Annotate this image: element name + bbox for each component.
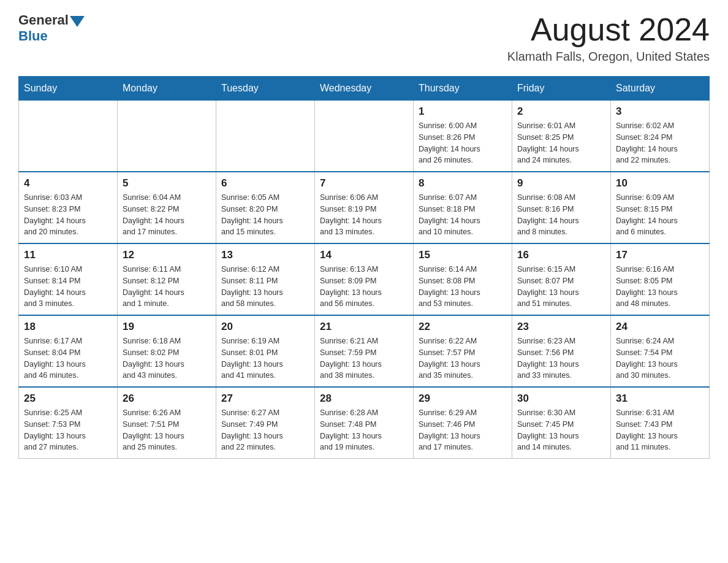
weekday-header-row: SundayMondayTuesdayWednesdayThursdayFrid… bbox=[19, 77, 710, 101]
day-info: Sunrise: 6:23 AMSunset: 7:56 PMDaylight:… bbox=[517, 335, 605, 381]
day-number: 12 bbox=[123, 249, 211, 261]
calendar-day-cell: 9Sunrise: 6:08 AMSunset: 8:16 PMDaylight… bbox=[512, 172, 611, 243]
day-info: Sunrise: 6:06 AMSunset: 8:19 PMDaylight:… bbox=[320, 192, 408, 238]
day-info: Sunrise: 6:07 AMSunset: 8:18 PMDaylight:… bbox=[419, 192, 507, 238]
day-number: 14 bbox=[320, 249, 408, 261]
calendar-week-row: 4Sunrise: 6:03 AMSunset: 8:23 PMDaylight… bbox=[19, 172, 710, 243]
day-info: Sunrise: 6:27 AMSunset: 7:49 PMDaylight:… bbox=[221, 407, 309, 453]
calendar-week-row: 11Sunrise: 6:10 AMSunset: 8:14 PMDayligh… bbox=[19, 243, 710, 315]
calendar-day-cell: 12Sunrise: 6:11 AMSunset: 8:12 PMDayligh… bbox=[118, 243, 216, 315]
calendar-day-cell bbox=[216, 101, 315, 172]
day-number: 29 bbox=[419, 393, 507, 405]
calendar-day-cell bbox=[315, 101, 414, 172]
weekday-header-thursday: Thursday bbox=[414, 77, 512, 101]
calendar-day-cell: 23Sunrise: 6:23 AMSunset: 7:56 PMDayligh… bbox=[512, 315, 611, 387]
day-number: 13 bbox=[221, 249, 309, 261]
day-number: 16 bbox=[517, 249, 605, 261]
calendar-day-cell: 7Sunrise: 6:06 AMSunset: 8:19 PMDaylight… bbox=[315, 172, 414, 243]
page-header: General Blue August 2024 Klamath Falls, … bbox=[18, 12, 710, 64]
calendar-day-cell: 15Sunrise: 6:14 AMSunset: 8:08 PMDayligh… bbox=[414, 243, 512, 315]
calendar-day-cell: 22Sunrise: 6:22 AMSunset: 7:57 PMDayligh… bbox=[414, 315, 512, 387]
day-number: 9 bbox=[517, 177, 605, 190]
day-number: 17 bbox=[616, 249, 704, 261]
calendar-day-cell: 26Sunrise: 6:26 AMSunset: 7:51 PMDayligh… bbox=[118, 387, 216, 459]
calendar-day-cell: 28Sunrise: 6:28 AMSunset: 7:48 PMDayligh… bbox=[315, 387, 414, 459]
day-info: Sunrise: 6:10 AMSunset: 8:14 PMDaylight:… bbox=[24, 264, 112, 310]
calendar-table: SundayMondayTuesdayWednesdayThursdayFrid… bbox=[18, 76, 710, 459]
calendar-week-row: 18Sunrise: 6:17 AMSunset: 8:04 PMDayligh… bbox=[19, 315, 710, 387]
day-number: 25 bbox=[24, 393, 112, 405]
day-number: 15 bbox=[419, 249, 507, 261]
weekday-header-wednesday: Wednesday bbox=[315, 77, 414, 101]
calendar-day-cell: 20Sunrise: 6:19 AMSunset: 8:01 PMDayligh… bbox=[216, 315, 315, 387]
day-info: Sunrise: 6:16 AMSunset: 8:05 PMDaylight:… bbox=[616, 264, 704, 310]
day-info: Sunrise: 6:22 AMSunset: 7:57 PMDaylight:… bbox=[419, 335, 507, 381]
day-info: Sunrise: 6:01 AMSunset: 8:25 PMDaylight:… bbox=[517, 120, 605, 166]
calendar-day-cell: 4Sunrise: 6:03 AMSunset: 8:23 PMDaylight… bbox=[19, 172, 118, 243]
day-info: Sunrise: 6:31 AMSunset: 7:43 PMDaylight:… bbox=[616, 407, 704, 453]
day-info: Sunrise: 6:30 AMSunset: 7:45 PMDaylight:… bbox=[517, 407, 605, 453]
day-number: 19 bbox=[123, 321, 211, 333]
weekday-header-monday: Monday bbox=[118, 77, 216, 101]
calendar-day-cell: 27Sunrise: 6:27 AMSunset: 7:49 PMDayligh… bbox=[216, 387, 315, 459]
logo-blue-text: Blue bbox=[18, 28, 48, 44]
day-number: 31 bbox=[616, 393, 704, 405]
weekday-header-sunday: Sunday bbox=[19, 77, 118, 101]
day-number: 3 bbox=[616, 105, 704, 118]
calendar-day-cell: 21Sunrise: 6:21 AMSunset: 7:59 PMDayligh… bbox=[315, 315, 414, 387]
calendar-day-cell: 1Sunrise: 6:00 AMSunset: 8:26 PMDaylight… bbox=[414, 101, 512, 172]
day-info: Sunrise: 6:00 AMSunset: 8:26 PMDaylight:… bbox=[419, 120, 507, 166]
day-number: 18 bbox=[24, 321, 112, 333]
calendar-day-cell: 17Sunrise: 6:16 AMSunset: 8:05 PMDayligh… bbox=[611, 243, 710, 315]
day-number: 2 bbox=[517, 105, 605, 118]
calendar-day-cell: 30Sunrise: 6:30 AMSunset: 7:45 PMDayligh… bbox=[512, 387, 611, 459]
day-info: Sunrise: 6:25 AMSunset: 7:53 PMDaylight:… bbox=[24, 407, 112, 453]
day-info: Sunrise: 6:13 AMSunset: 8:09 PMDaylight:… bbox=[320, 264, 408, 310]
calendar-day-cell: 31Sunrise: 6:31 AMSunset: 7:43 PMDayligh… bbox=[611, 387, 710, 459]
day-info: Sunrise: 6:21 AMSunset: 7:59 PMDaylight:… bbox=[320, 335, 408, 381]
day-info: Sunrise: 6:24 AMSunset: 7:54 PMDaylight:… bbox=[616, 335, 704, 381]
month-title: August 2024 bbox=[507, 12, 710, 47]
day-number: 11 bbox=[24, 249, 112, 261]
day-number: 6 bbox=[221, 177, 309, 190]
calendar-day-cell: 3Sunrise: 6:02 AMSunset: 8:24 PMDaylight… bbox=[611, 101, 710, 172]
day-info: Sunrise: 6:17 AMSunset: 8:04 PMDaylight:… bbox=[24, 335, 112, 381]
weekday-header-tuesday: Tuesday bbox=[216, 77, 315, 101]
day-info: Sunrise: 6:09 AMSunset: 8:15 PMDaylight:… bbox=[616, 192, 704, 238]
day-number: 22 bbox=[419, 321, 507, 333]
day-info: Sunrise: 6:28 AMSunset: 7:48 PMDaylight:… bbox=[320, 407, 408, 453]
logo: General Blue bbox=[18, 12, 85, 44]
day-number: 5 bbox=[123, 177, 211, 190]
calendar-day-cell: 11Sunrise: 6:10 AMSunset: 8:14 PMDayligh… bbox=[19, 243, 118, 315]
day-number: 1 bbox=[419, 105, 507, 118]
day-number: 7 bbox=[320, 177, 408, 190]
day-number: 10 bbox=[616, 177, 704, 190]
calendar-day-cell: 2Sunrise: 6:01 AMSunset: 8:25 PMDaylight… bbox=[512, 101, 611, 172]
day-info: Sunrise: 6:04 AMSunset: 8:22 PMDaylight:… bbox=[123, 192, 211, 238]
day-info: Sunrise: 6:26 AMSunset: 7:51 PMDaylight:… bbox=[123, 407, 211, 453]
day-number: 26 bbox=[123, 393, 211, 405]
calendar-day-cell: 5Sunrise: 6:04 AMSunset: 8:22 PMDaylight… bbox=[118, 172, 216, 243]
calendar-day-cell: 16Sunrise: 6:15 AMSunset: 8:07 PMDayligh… bbox=[512, 243, 611, 315]
day-info: Sunrise: 6:29 AMSunset: 7:46 PMDaylight:… bbox=[419, 407, 507, 453]
day-number: 23 bbox=[517, 321, 605, 333]
calendar-day-cell bbox=[19, 101, 118, 172]
day-info: Sunrise: 6:18 AMSunset: 8:02 PMDaylight:… bbox=[123, 335, 211, 381]
location-title: Klamath Falls, Oregon, United States bbox=[507, 50, 710, 64]
calendar-week-row: 25Sunrise: 6:25 AMSunset: 7:53 PMDayligh… bbox=[19, 387, 710, 459]
day-info: Sunrise: 6:11 AMSunset: 8:12 PMDaylight:… bbox=[123, 264, 211, 310]
calendar-day-cell: 8Sunrise: 6:07 AMSunset: 8:18 PMDaylight… bbox=[414, 172, 512, 243]
calendar-day-cell: 18Sunrise: 6:17 AMSunset: 8:04 PMDayligh… bbox=[19, 315, 118, 387]
day-number: 27 bbox=[221, 393, 309, 405]
day-info: Sunrise: 6:15 AMSunset: 8:07 PMDaylight:… bbox=[517, 264, 605, 310]
title-section: August 2024 Klamath Falls, Oregon, Unite… bbox=[507, 12, 710, 64]
calendar-day-cell: 13Sunrise: 6:12 AMSunset: 8:11 PMDayligh… bbox=[216, 243, 315, 315]
day-number: 8 bbox=[419, 177, 507, 190]
day-info: Sunrise: 6:14 AMSunset: 8:08 PMDaylight:… bbox=[419, 264, 507, 310]
calendar-day-cell: 19Sunrise: 6:18 AMSunset: 8:02 PMDayligh… bbox=[118, 315, 216, 387]
day-info: Sunrise: 6:08 AMSunset: 8:16 PMDaylight:… bbox=[517, 192, 605, 238]
day-info: Sunrise: 6:19 AMSunset: 8:01 PMDaylight:… bbox=[221, 335, 309, 381]
day-number: 4 bbox=[24, 177, 112, 190]
weekday-header-friday: Friday bbox=[512, 77, 611, 101]
day-number: 28 bbox=[320, 393, 408, 405]
